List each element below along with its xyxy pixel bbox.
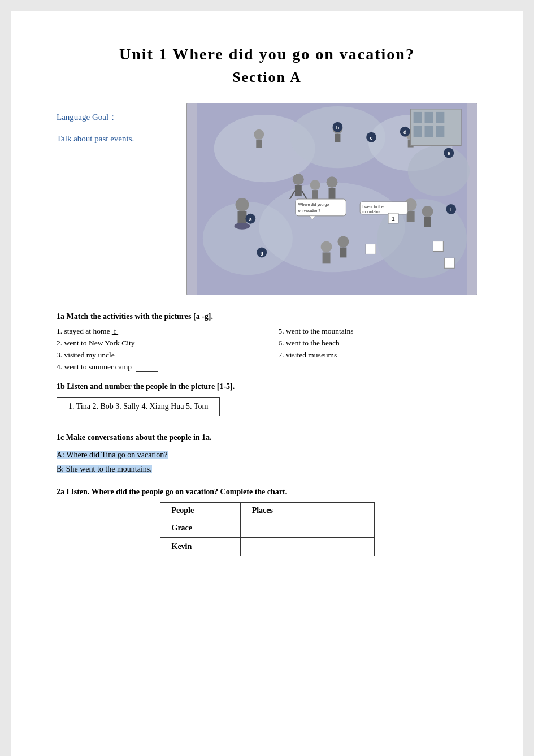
activity-7-text: 7. visited museums <box>279 351 364 360</box>
svg-text:1: 1 <box>392 215 395 222</box>
activity-6: 6. went to the beach <box>279 339 478 348</box>
svg-rect-13 <box>312 190 318 200</box>
svg-point-14 <box>327 176 338 188</box>
svg-text:b: b <box>336 125 340 131</box>
illustration: Where did you go on vacation? I went to … <box>186 103 477 295</box>
svg-text:f: f <box>450 207 452 213</box>
col-people-header: People <box>160 503 240 519</box>
svg-point-27 <box>254 129 264 140</box>
svg-text:I went to the: I went to the <box>362 205 384 209</box>
svg-point-16 <box>236 198 249 211</box>
svg-text:e: e <box>448 150 450 156</box>
page-subtitle: Section A <box>57 69 477 86</box>
section-2a-header: 2a Listen. Where did the people go on va… <box>57 487 477 496</box>
svg-rect-38 <box>425 126 433 137</box>
section-1a-header: 1a Match the activities with the picture… <box>57 312 477 321</box>
svg-rect-37 <box>414 126 422 137</box>
svg-rect-65 <box>444 258 454 268</box>
line-b-text: B: She went to the mountains. <box>57 465 152 473</box>
section-1b: 1b Listen and number the people in the p… <box>57 382 477 427</box>
kevin-people: Kevin <box>160 538 240 556</box>
svg-rect-63 <box>366 244 376 254</box>
activities-list: 1. stayed at home f 5. went to the mount… <box>57 327 477 372</box>
svg-text:on vacation?: on vacation? <box>298 209 320 213</box>
goal-text: Talk about past events. <box>57 130 170 147</box>
activity-4: 4. went to summer camp <box>57 362 256 372</box>
svg-text:Where did you go: Where did you go <box>298 202 329 207</box>
svg-rect-9 <box>295 185 302 196</box>
svg-point-8 <box>293 174 304 185</box>
svg-rect-36 <box>436 112 444 123</box>
svg-point-4 <box>408 146 470 196</box>
svg-rect-40 <box>296 199 346 216</box>
section-1b-header: 1b Listen and number the people in the p… <box>57 382 477 391</box>
svg-text:c: c <box>370 135 373 141</box>
line-a-text: A: Where did Tina go on vacation? <box>57 451 168 459</box>
svg-rect-39 <box>436 126 444 137</box>
activity-1: 1. stayed at home f <box>57 327 256 336</box>
activity-5: 5. went to the mountains <box>279 327 478 336</box>
svg-text:g: g <box>261 250 263 256</box>
activity-6-text: 6. went to the beach <box>279 339 367 348</box>
table-row-kevin: Kevin <box>160 538 374 556</box>
activity-3-text: 3. visited my uncle <box>57 351 141 360</box>
svg-point-12 <box>310 180 320 190</box>
section-2a: 2a Listen. Where did the people go on va… <box>57 487 477 556</box>
table-row-grace: Grace <box>160 519 374 538</box>
col-places-header: Places <box>240 503 374 519</box>
conversation-line-b: B: She went to the mountains. <box>57 462 477 476</box>
language-goal: Language Goal： Talk about past events. <box>57 103 170 147</box>
svg-point-23 <box>321 241 332 253</box>
activity-1-text: 1. stayed at home f <box>57 327 118 336</box>
conversation-line-a: A: Where did Tina go on vacation? <box>57 448 477 462</box>
intro-section: Language Goal： Talk about past events. <box>57 103 477 295</box>
kevin-places <box>240 538 374 556</box>
chart-table: People Places Grace Kevin <box>160 502 375 556</box>
svg-point-18 <box>235 223 250 230</box>
scene-svg: Where did you go on vacation? I went to … <box>187 103 477 295</box>
svg-rect-22 <box>424 217 431 227</box>
svg-text:d: d <box>403 129 406 135</box>
svg-rect-30 <box>335 134 340 142</box>
svg-text:mountains.: mountains. <box>362 210 381 214</box>
page: Unit 1 Where did you go on vacation? Sec… <box>11 11 523 756</box>
names-list: 1. Tina 2. Bob 3. Sally 4. Xiang Hua 5. … <box>68 402 208 411</box>
svg-rect-26 <box>340 247 346 257</box>
svg-point-25 <box>337 236 349 248</box>
goal-label: Language Goal： <box>57 109 170 126</box>
svg-rect-64 <box>433 241 443 252</box>
svg-rect-17 <box>237 211 246 224</box>
activity-2-text: 2. went to New York City <box>57 339 162 348</box>
grace-people: Grace <box>160 519 240 538</box>
activity-3: 3. visited my uncle <box>57 351 256 360</box>
names-box: 1. Tina 2. Bob 3. Sally 4. Xiang Hua 5. … <box>57 397 220 416</box>
svg-rect-28 <box>256 140 262 148</box>
svg-rect-15 <box>329 188 336 199</box>
grace-places <box>240 519 374 538</box>
conversation: A: Where did Tina go on vacation? B: She… <box>57 448 477 476</box>
activity-2: 2. went to New York City <box>57 339 256 348</box>
svg-point-21 <box>422 206 433 217</box>
section-1c-header: 1c Make conversations about the people i… <box>57 433 477 442</box>
section-1a: 1a Match the activities with the picture… <box>57 312 477 372</box>
activity-7: 7. visited museums <box>279 351 478 360</box>
section-1c: 1c Make conversations about the people i… <box>57 433 477 476</box>
activity-5-text: 5. went to the mountains <box>279 327 380 336</box>
svg-rect-34 <box>414 112 422 123</box>
page-title: Unit 1 Where did you go on vacation? <box>57 45 477 63</box>
svg-rect-35 <box>425 112 433 123</box>
svg-rect-24 <box>323 252 331 263</box>
activity-4-text: 4. went to summer camp <box>57 362 158 372</box>
